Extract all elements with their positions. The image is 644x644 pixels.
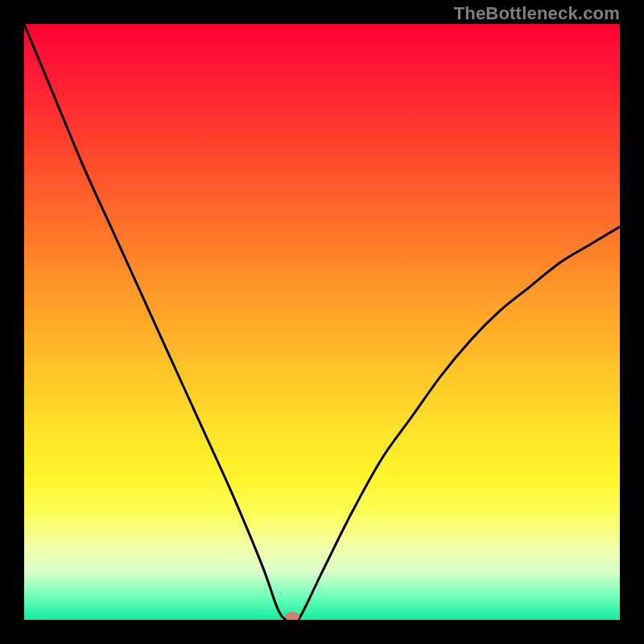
optimum-marker (285, 612, 299, 620)
plot-area (24, 24, 620, 620)
chart-frame: TheBottleneck.com (0, 0, 644, 644)
bottleneck-curve (24, 24, 620, 620)
curve-line (24, 24, 620, 620)
watermark-text: TheBottleneck.com (454, 3, 620, 24)
